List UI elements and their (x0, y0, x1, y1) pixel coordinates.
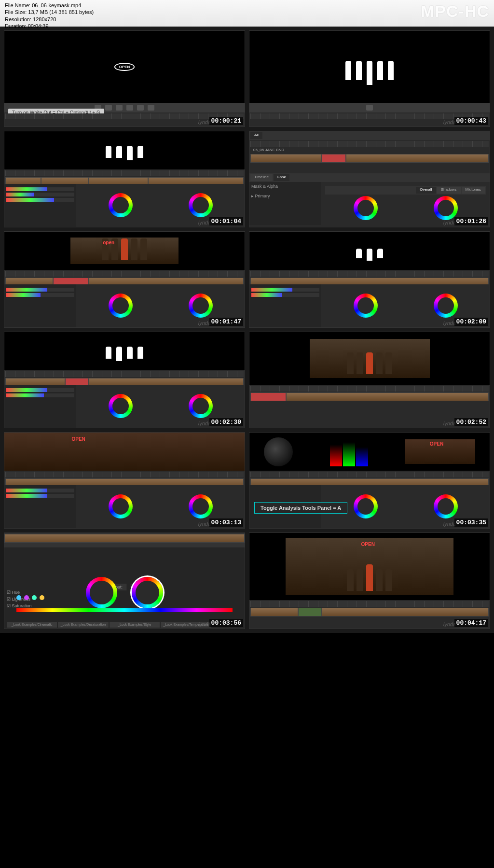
resolution-label: Resolution: (5, 16, 31, 22)
app-logo: MPC-HC (421, 2, 489, 21)
color-wheel-2[interactable] (434, 196, 458, 220)
timestamp: 00:04:17 (454, 619, 488, 627)
color-wheel-1[interactable] (109, 294, 133, 318)
color-swatch-1[interactable] (16, 595, 21, 600)
timestamp: 00:02:09 (454, 318, 488, 326)
tab-look[interactable]: Look (274, 174, 289, 181)
open-neon-sign: OPEN (71, 436, 85, 442)
mask-alpha-label: Mask & Alpha (251, 184, 319, 189)
thumbnail-grid: OPEN Turn on White Out = Ctrl + Option/A… (0, 27, 494, 633)
color-wheel-1[interactable] (354, 196, 378, 220)
thumbnail-12[interactable]: OPEN lynda 00:04:17 (249, 532, 490, 629)
timestamp: 00:01:04 (209, 217, 243, 225)
tab-timeline[interactable]: Timeline (250, 174, 273, 181)
vectorscope-icon (264, 437, 293, 466)
color-wheel-active[interactable] (132, 577, 163, 608)
color-swatch-2[interactable] (24, 595, 29, 600)
thumbnail-4[interactable]: All 05_05 JANE BND Timeline Look Mask & … (249, 131, 490, 227)
color-wheel-2[interactable] (189, 494, 213, 518)
thumbnail-10[interactable]: OPEN Toggle Analysis Tools Panel = A lyn… (249, 432, 490, 529)
filesize-label: File Size: (5, 9, 27, 15)
open-neon-sign: open (103, 240, 114, 245)
filesize-value: 13,7 MB (14 381 851 bytes) (28, 9, 94, 15)
hue-checkbox[interactable]: Hue (12, 590, 20, 595)
hue-slider[interactable] (16, 608, 233, 612)
thumbnail-6[interactable]: lynda 00:02:09 (249, 231, 490, 328)
workspace-tabs[interactable]: All (249, 131, 490, 140)
open-neon-sign: OPEN (430, 441, 443, 447)
play-icon[interactable] (366, 105, 373, 111)
color-wheel-midtones[interactable] (189, 193, 213, 217)
timestamp: 00:00:43 (454, 117, 488, 125)
thumbnail-8[interactable]: lynda 00:02:52 (249, 332, 490, 428)
timestamp: 00:03:56 (209, 619, 243, 627)
timestamp: 00:03:35 (454, 518, 488, 527)
duration-value: 00:04:39 (28, 23, 49, 29)
thumbnail-3[interactable]: lynda 00:01:04 (4, 131, 245, 227)
tab-overall[interactable]: Overall (416, 187, 436, 194)
thumbnail-9[interactable]: OPEN lynda 00:03:13 (4, 432, 245, 529)
loop-icon[interactable] (148, 105, 154, 111)
primary-layer[interactable]: Primary (255, 194, 270, 198)
next-icon[interactable] (137, 105, 144, 111)
play-icon[interactable] (116, 105, 123, 111)
color-wheel-secondary[interactable] (86, 577, 117, 608)
timestamp: 00:02:30 (209, 418, 243, 426)
color-swatch-3[interactable] (32, 595, 37, 600)
resolution-value: 1280x720 (33, 16, 56, 22)
thumbnail-1[interactable]: OPEN Turn on White Out = Ctrl + Option/A… (4, 30, 245, 127)
filename-value: 06_06-keymask.mp4 (32, 2, 81, 8)
look-preset-2[interactable]: _Look Examples/Desaturation (58, 622, 108, 628)
timestamp: 00:03:13 (209, 518, 243, 527)
color-wheel-2[interactable] (189, 294, 213, 318)
color-wheel-2[interactable] (189, 394, 213, 418)
duration-label: Duration: (5, 23, 27, 29)
tab-midtones[interactable]: Midtones (462, 187, 485, 194)
rewind-icon[interactable] (105, 105, 112, 111)
look-preset-1[interactable]: _Look Examples/Cinematic (7, 622, 57, 628)
saturation-checkbox[interactable]: Saturation (12, 603, 32, 608)
color-swatch-4[interactable] (40, 595, 44, 600)
thumbnail-5[interactable]: open lynda 00:01:47 (4, 231, 245, 328)
shortcut-tooltip: Toggle Analysis Tools Panel = A (254, 502, 347, 514)
thumbnail-11[interactable]: Gray-out: None ☑ Hue ☑ Lightness ☑ Satur… (4, 532, 245, 629)
rgb-histogram (314, 437, 384, 466)
open-sign-icon: OPEN (114, 63, 135, 71)
tab-shadows[interactable]: Shadows (437, 187, 461, 194)
forward-icon[interactable] (126, 105, 133, 111)
timestamp: 00:00:21 (209, 117, 243, 125)
color-wheel-1[interactable] (354, 294, 378, 318)
color-wheel-1[interactable] (109, 494, 133, 518)
color-wheel-2[interactable] (434, 494, 458, 518)
tab-all[interactable]: All (250, 132, 262, 139)
sequence-name: 05_05 JANE BND (250, 147, 489, 153)
playback-controls[interactable] (249, 103, 490, 112)
color-wheel-2[interactable] (434, 294, 458, 318)
look-preset-3[interactable]: _Look Examples/Style (110, 622, 160, 628)
color-wheel-shadows[interactable] (109, 193, 133, 217)
timestamp: 00:02:52 (454, 418, 488, 426)
timestamp: 00:01:47 (209, 318, 243, 326)
color-wheel-1[interactable] (354, 494, 378, 518)
filename-label: File Name: (5, 2, 30, 8)
timestamp: 00:01:26 (454, 217, 488, 225)
thumbnail-7[interactable]: lynda 00:02:30 (4, 332, 245, 428)
file-metadata: File Name: 06_06-keymask.mp4 File Size: … (5, 2, 94, 29)
file-info-header: File Name: 06_06-keymask.mp4 File Size: … (0, 0, 494, 27)
open-neon-sign: OPEN (361, 542, 375, 547)
color-wheel-1[interactable] (109, 394, 133, 418)
thumbnail-2[interactable]: lynda 00:00:43 (249, 30, 490, 127)
